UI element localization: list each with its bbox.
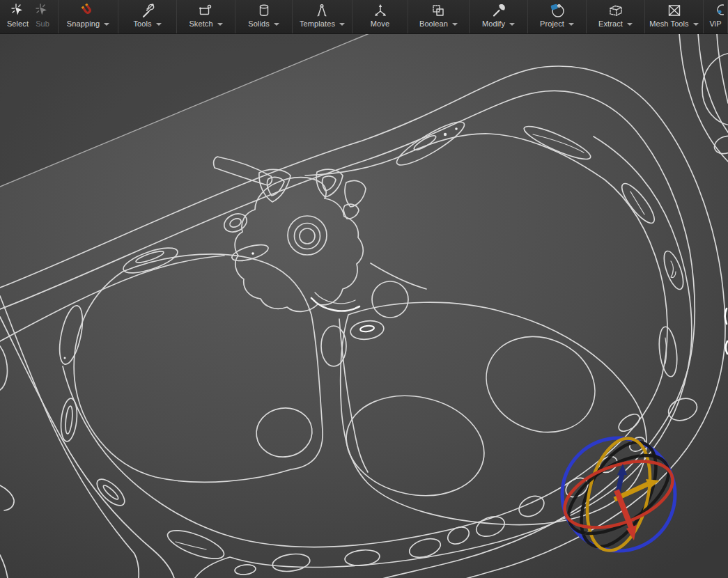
vessel-flat-oval <box>349 319 385 341</box>
vertebra-left-oval <box>222 210 250 235</box>
dropdown-caret-icon[interactable] <box>217 23 223 26</box>
vertebra-body-outline <box>235 178 363 312</box>
toolbar-group-3: Sketch <box>177 0 235 33</box>
gall-blob <box>254 405 316 460</box>
corner-arc-outer <box>679 33 728 162</box>
toolbar-label-sketch: Sketch <box>189 19 212 28</box>
toolbar-label-project: Project <box>540 19 564 28</box>
toolbar-group-8: Modify <box>470 0 528 33</box>
right-edge-bright-blip-1 <box>725 308 727 324</box>
colon-blob-9 <box>616 411 642 435</box>
inner-ellipse-right-upper <box>471 320 610 449</box>
left-edge-arc-2 <box>0 485 14 510</box>
rib-left-2 <box>59 398 79 442</box>
toolbar-label-mesh-tools: Mesh Tools <box>649 19 688 28</box>
dropdown-caret-icon[interactable] <box>693 23 699 26</box>
toolbar-button-solids[interactable]: Solids <box>245 0 282 33</box>
right-edge-bright-blip-2 <box>726 341 727 354</box>
toolbar-button-extract[interactable]: Extract <box>596 0 635 33</box>
toolbar-button-snapping[interactable]: Snapping <box>64 0 112 33</box>
left-edge-arc-3 <box>0 555 8 578</box>
toolbar-button-tools[interactable]: Tools <box>130 0 164 33</box>
toolbar-group-4: Solids <box>235 0 293 33</box>
toolbar-label-snapping: Snapping <box>67 19 100 28</box>
vertebra-endplate-inner <box>315 292 355 304</box>
wrench-icon <box>490 2 507 19</box>
colon-blob-0 <box>234 563 256 575</box>
project-circle-icon <box>548 2 566 19</box>
toolbar-button-select[interactable]: Select <box>4 0 31 33</box>
toolbar-button-sub[interactable]: Sub <box>31 0 54 33</box>
application-window: SelectSubSnappingToolsSketchSolidsTempla… <box>0 0 728 578</box>
ribbon-toolbar: SelectSubSnappingToolsSketchSolidsTempla… <box>0 0 728 34</box>
rib-left-1 <box>55 304 86 366</box>
toolbar-label-move: Move <box>371 19 389 28</box>
rib-left-3 <box>93 475 129 510</box>
toolbar-group-9: Project <box>528 0 587 33</box>
toolbar-label-solids: Solids <box>248 19 270 28</box>
toolbar-group-2: Tools <box>118 0 177 33</box>
rib-left-2-inner <box>64 406 73 435</box>
toolbar-label-modify: Modify <box>482 19 505 28</box>
toolbar-button-modify[interactable]: Modify <box>479 0 518 33</box>
toolbar-group-7: Boolean <box>408 0 470 33</box>
toolbar-button-templates[interactable]: Templates <box>297 0 348 33</box>
toolbar-group-12: ViP <box>704 0 728 33</box>
rib-strip-top2 <box>521 121 594 164</box>
sketch-icon <box>197 2 214 19</box>
toolbar-label-tools: Tools <box>133 19 151 28</box>
toolbar-button-mesh-tools[interactable]: Mesh Tools <box>646 0 701 33</box>
extract-box-icon <box>607 2 625 19</box>
dropdown-caret-icon[interactable] <box>568 23 574 26</box>
wall-left-line <box>0 256 224 341</box>
liver-outline <box>74 254 323 483</box>
transverse-hole-upper-right-inner <box>323 176 336 191</box>
inner-ellipse-right-lower <box>337 384 494 508</box>
toolbar-label-sub: Sub <box>36 19 49 28</box>
channel-right-line <box>339 319 368 472</box>
rib-strip-top1-dot1 <box>444 133 447 136</box>
colon-blob-1 <box>272 552 311 573</box>
vessel-flat-oval-inner <box>360 325 375 333</box>
boolean-squares-icon <box>430 2 447 19</box>
dropdown-caret-icon[interactable] <box>339 23 345 26</box>
vertebra-left-strip <box>231 242 270 264</box>
toolbar-button-boolean[interactable]: Boolean <box>417 0 460 33</box>
toolbar-group-10: Extract <box>587 0 645 33</box>
dropdown-caret-icon[interactable] <box>156 23 162 26</box>
toolbar-group-11: Mesh Tools <box>645 0 704 33</box>
rib-left-1-dot <box>64 357 66 359</box>
3d-viewport[interactable] <box>0 33 728 578</box>
colon-blob-4 <box>445 524 472 547</box>
mesh-tools-icon <box>666 2 683 19</box>
aorta-circle <box>372 281 408 318</box>
toolbar-group-6: Move <box>353 0 408 33</box>
toolbar-group-0: SelectSub <box>0 0 59 33</box>
corner-blob-large <box>702 53 728 125</box>
toolbar-label-extract: Extract <box>598 19 623 28</box>
dropdown-caret-icon[interactable] <box>274 23 279 26</box>
sub-select-cursor-icon <box>34 2 51 19</box>
magnet-icon <box>79 2 97 19</box>
rib-right-b <box>660 249 688 291</box>
vertebra-right-hole-large <box>345 180 366 207</box>
toolbar-button-vip[interactable]: ViP <box>704 0 727 33</box>
colon-blob-3 <box>407 536 442 561</box>
toolbar-button-move[interactable]: Move <box>368 0 392 33</box>
toolbar-label-boolean: Boolean <box>419 19 448 28</box>
select-cursor-icon <box>10 2 26 19</box>
toolbar-group-1: Snapping <box>59 0 118 33</box>
dropdown-caret-icon[interactable] <box>452 23 458 26</box>
toolbar-group-5: Templates <box>293 0 353 33</box>
dropdown-caret-icon[interactable] <box>627 23 633 26</box>
toolbar-button-project[interactable]: Project <box>537 0 577 33</box>
wall-mid-line <box>195 136 692 578</box>
rib-left-3-inner <box>102 484 120 501</box>
slice-contour-canvas[interactable] <box>0 33 728 578</box>
move-arrows-icon <box>372 2 389 19</box>
toolbar-button-sketch[interactable]: Sketch <box>186 0 225 33</box>
rib-strip-top1-dot2 <box>455 127 458 130</box>
left-edge-arc-1 <box>0 346 8 390</box>
dropdown-caret-icon[interactable] <box>509 23 515 26</box>
dropdown-caret-icon[interactable] <box>104 23 109 26</box>
